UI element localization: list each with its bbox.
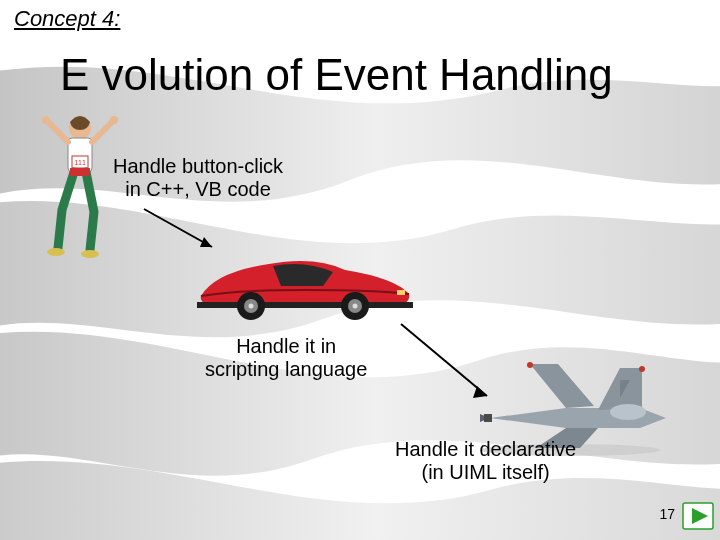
svg-point-5 (42, 116, 50, 124)
page-title: E volution of Event Handling (60, 50, 613, 100)
svg-point-7 (47, 248, 65, 256)
caption-line: Handle it declarative (395, 438, 576, 461)
caption-line: (in UIML itself) (395, 461, 576, 484)
svg-point-25 (639, 366, 645, 372)
svg-rect-19 (397, 290, 405, 295)
svg-point-18 (353, 304, 358, 309)
concept-heading: Concept 4: (14, 6, 120, 32)
caption-line: in C++, VB code (113, 178, 283, 201)
svg-point-8 (81, 250, 99, 258)
caption-line: Handle it in (205, 335, 367, 358)
svg-point-15 (249, 304, 254, 309)
caption-line: scripting language (205, 358, 367, 381)
svg-rect-26 (484, 414, 492, 422)
caption-scripting: Handle it in scripting language (205, 335, 367, 381)
next-slide-button[interactable] (682, 502, 714, 530)
caption-cpp-vb: Handle button-click in C++, VB code (113, 155, 283, 201)
caption-line: Handle button-click (113, 155, 283, 178)
play-icon (682, 502, 714, 530)
svg-point-6 (110, 116, 118, 124)
svg-text:111: 111 (74, 159, 86, 166)
svg-rect-12 (197, 302, 413, 308)
sports-car-image (195, 242, 415, 322)
svg-point-23 (610, 404, 646, 420)
caption-declarative: Handle it declarative (in UIML itself) (395, 438, 576, 484)
svg-point-24 (527, 362, 533, 368)
runner-image: 111 (40, 110, 120, 260)
page-number: 17 (659, 506, 675, 522)
svg-rect-9 (70, 168, 90, 176)
